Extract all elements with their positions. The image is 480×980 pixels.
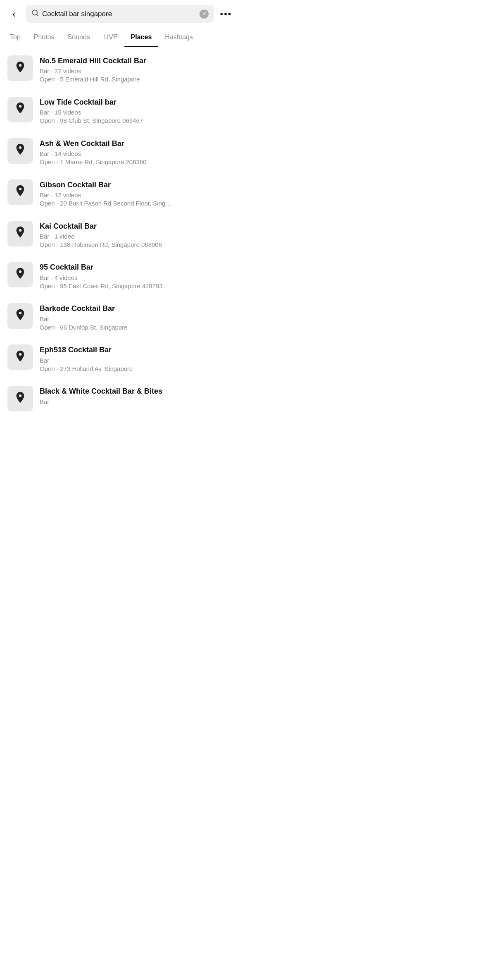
place-icon-wrap — [7, 221, 33, 246]
result-item[interactable]: Low Tide Cocktail bar Bar · 15 videos Op… — [0, 90, 240, 131]
result-item[interactable]: No.5 Emerald Hill Cocktail Bar Bar · 27 … — [0, 49, 240, 90]
back-icon: ‹ — [12, 8, 16, 20]
svg-line-1 — [36, 14, 38, 15]
header: ‹ Cocktail bar singapore ✕ ••• — [0, 0, 240, 28]
tabs-bar: Top Photos Sounds LIVE Places Hashtags — [0, 28, 240, 47]
tab-top[interactable]: Top — [3, 28, 27, 47]
result-name: Ash & Wen Cocktail Bar — [40, 139, 233, 148]
result-name: Black & White Cocktail Bar & Bites — [40, 387, 233, 396]
result-item[interactable]: Gibson Cocktail Bar Bar · 12 videos Open… — [0, 173, 240, 214]
result-meta: Bar — [40, 357, 233, 364]
pin-icon — [14, 391, 27, 407]
result-info: Eph518 Cocktail Bar Bar Open · 273 Holla… — [40, 344, 233, 373]
pin-icon — [14, 143, 27, 159]
result-info: Low Tide Cocktail bar Bar · 15 videos Op… — [40, 97, 233, 125]
result-info: 95 Cocktail Bar Bar · 4 videos Open · 95… — [40, 262, 233, 290]
result-address: Open · 66 Dunlop St, Singapore — [40, 323, 233, 332]
result-meta: Bar · 1 video — [40, 233, 233, 240]
tab-sounds[interactable]: Sounds — [61, 28, 97, 47]
result-name: Barkode Cocktail Bar — [40, 304, 233, 313]
result-meta: Bar · 14 videos — [40, 150, 233, 157]
place-icon-wrap — [7, 262, 33, 287]
result-info: Gibson Cocktail Bar Bar · 12 videos Open… — [40, 179, 233, 208]
result-meta: Bar · 4 videos — [40, 274, 233, 281]
pin-icon — [14, 101, 27, 117]
pin-icon — [14, 308, 27, 324]
more-icon: ••• — [220, 9, 232, 19]
clear-icon: ✕ — [202, 11, 207, 17]
place-icon-wrap — [7, 179, 33, 205]
search-bar[interactable]: Cocktail bar singapore ✕ — [26, 5, 214, 23]
result-item[interactable]: Black & White Cocktail Bar & Bites Bar — [0, 379, 240, 418]
place-icon-wrap — [7, 138, 33, 164]
result-address: Open · 273 Holland Av, Singapore — [40, 365, 233, 373]
result-meta: Bar · 27 videos — [40, 67, 233, 74]
result-address: Open · 98 Club St, Singapore 069467 — [40, 117, 233, 125]
result-name: No.5 Emerald Hill Cocktail Bar — [40, 56, 233, 66]
result-item[interactable]: 95 Cocktail Bar Bar · 4 videos Open · 95… — [0, 255, 240, 296]
result-name: 95 Cocktail Bar — [40, 263, 233, 272]
result-address: Open · 1 Marne Rd, Singapore 208380 — [40, 158, 233, 166]
tab-places[interactable]: Places — [124, 28, 159, 47]
result-name: Gibson Cocktail Bar — [40, 180, 233, 190]
pin-icon — [14, 184, 27, 200]
result-address: Open · 138 Robinson Rd, Singapore 068906 — [40, 241, 233, 249]
result-name: Kai Cocktail Bar — [40, 222, 233, 231]
search-query-text: Cocktail bar singapore — [42, 10, 196, 18]
more-options-button[interactable]: ••• — [219, 7, 233, 22]
result-meta: Bar — [40, 316, 233, 323]
result-item[interactable]: Barkode Cocktail Bar Bar Open · 66 Dunlo… — [0, 296, 240, 338]
result-meta: Bar — [40, 398, 233, 405]
place-icon-wrap — [7, 344, 33, 370]
tab-live[interactable]: LIVE — [97, 28, 124, 47]
result-address: Open · 95 East Coast Rd, Singapore 42879… — [40, 282, 233, 290]
pin-icon — [14, 349, 27, 366]
place-icon-wrap — [7, 303, 33, 329]
place-icon-wrap — [7, 55, 33, 81]
result-info: No.5 Emerald Hill Cocktail Bar Bar · 27 … — [40, 55, 233, 84]
back-button[interactable]: ‹ — [7, 7, 21, 22]
place-icon-wrap — [7, 386, 33, 411]
search-icon — [31, 9, 39, 19]
result-meta: Bar · 15 videos — [40, 109, 233, 116]
result-address: Open · 20 Bukit Pasoh Rd Second Floor, S… — [40, 199, 233, 208]
result-address: Open · 5 Emerald Hill Rd, Singapore — [40, 75, 233, 84]
tab-photos[interactable]: Photos — [27, 28, 61, 47]
result-info: Kai Cocktail Bar Bar · 1 video Open · 13… — [40, 221, 233, 249]
clear-search-button[interactable]: ✕ — [200, 10, 209, 19]
result-name: Eph518 Cocktail Bar — [40, 345, 233, 355]
result-info: Ash & Wen Cocktail Bar Bar · 14 videos O… — [40, 138, 233, 166]
result-info: Black & White Cocktail Bar & Bites Bar — [40, 386, 233, 406]
place-icon-wrap — [7, 97, 33, 122]
result-item[interactable]: Eph518 Cocktail Bar Bar Open · 273 Holla… — [0, 338, 240, 379]
pin-icon — [14, 267, 27, 283]
tab-hashtags[interactable]: Hashtags — [158, 28, 200, 47]
result-info: Barkode Cocktail Bar Bar Open · 66 Dunlo… — [40, 303, 233, 331]
result-item[interactable]: Ash & Wen Cocktail Bar Bar · 14 videos O… — [0, 131, 240, 173]
pin-icon — [14, 60, 27, 76]
results-list: No.5 Emerald Hill Cocktail Bar Bar · 27 … — [0, 47, 240, 420]
result-meta: Bar · 12 videos — [40, 191, 233, 198]
pin-icon — [14, 225, 27, 241]
result-item[interactable]: Kai Cocktail Bar Bar · 1 video Open · 13… — [0, 214, 240, 256]
result-name: Low Tide Cocktail bar — [40, 98, 233, 107]
